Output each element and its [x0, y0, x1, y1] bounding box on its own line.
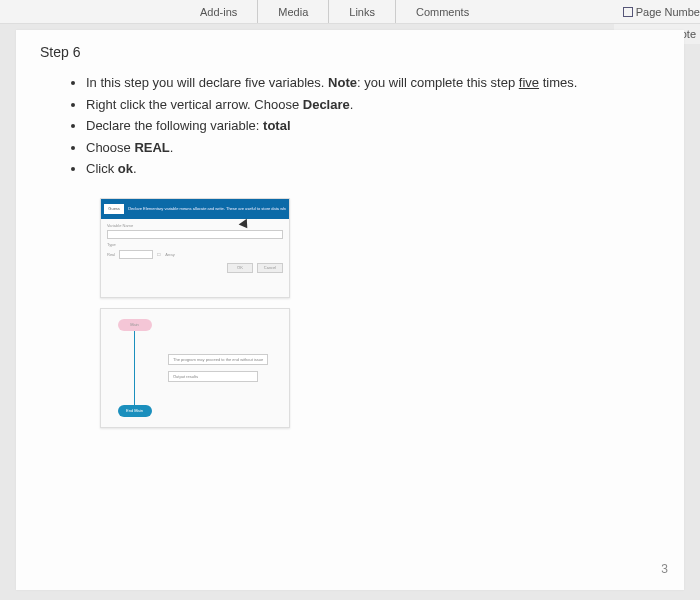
dialog-header-button: Guess: [104, 204, 124, 214]
list-item: In this step you will declare five varia…: [86, 74, 660, 92]
end-terminal: End Main: [118, 405, 152, 417]
cancel-button: Cancel: [257, 263, 283, 273]
checkbox-label: Array: [165, 252, 175, 257]
ribbon-comments[interactable]: Comments: [395, 0, 489, 23]
list-item: Right click the vertical arrow. Choose D…: [86, 96, 660, 114]
ribbon-addins[interactable]: Add-ins: [170, 0, 257, 23]
name-input: [107, 230, 283, 239]
dialog-header: Guess Declare Elementary variable means …: [101, 199, 289, 219]
thumbnail-column: Guess Declare Elementary variable means …: [100, 198, 660, 428]
field-label: Real: [107, 252, 115, 257]
document-body: Step 6 In this step you will declare fiv…: [16, 30, 684, 590]
page-number-icon: [623, 7, 633, 17]
ribbon-media[interactable]: Media: [257, 0, 328, 23]
page-number-label: Page Numbe: [636, 6, 700, 18]
ribbon: Add-ins Media Links Comments: [0, 0, 700, 24]
note-box: Output results: [168, 371, 258, 382]
page-number-button[interactable]: Page Numbe: [623, 6, 700, 18]
list-item: Choose REAL.: [86, 139, 660, 157]
page-corner-number: 3: [661, 562, 668, 576]
note-box: The program may proceed to the end witho…: [168, 354, 268, 365]
flowchart-thumbnail: Main End Main The program may proceed to…: [100, 308, 290, 428]
flowchart-lane: Main End Main: [107, 315, 162, 421]
cursor-icon: [239, 221, 251, 237]
flow-line: [134, 331, 135, 405]
instruction-list: In this step you will declare five varia…: [40, 74, 660, 178]
field-label: Type: [107, 242, 116, 247]
list-item: Declare the following variable: total: [86, 117, 660, 135]
start-terminal: Main: [118, 319, 152, 331]
list-item: Click ok.: [86, 160, 660, 178]
type-input: [119, 250, 153, 259]
ok-button: OK: [227, 263, 253, 273]
ribbon-right: Page Numbe: [623, 0, 700, 24]
declare-dialog-thumbnail: Guess Declare Elementary variable means …: [100, 198, 290, 298]
dialog-header-text: Declare Elementary variable means alloca…: [128, 207, 286, 211]
flowchart-notes: The program may proceed to the end witho…: [162, 315, 283, 421]
step-title: Step 6: [40, 44, 660, 60]
field-label: Variable Name: [107, 223, 283, 228]
ribbon-links[interactable]: Links: [328, 0, 395, 23]
